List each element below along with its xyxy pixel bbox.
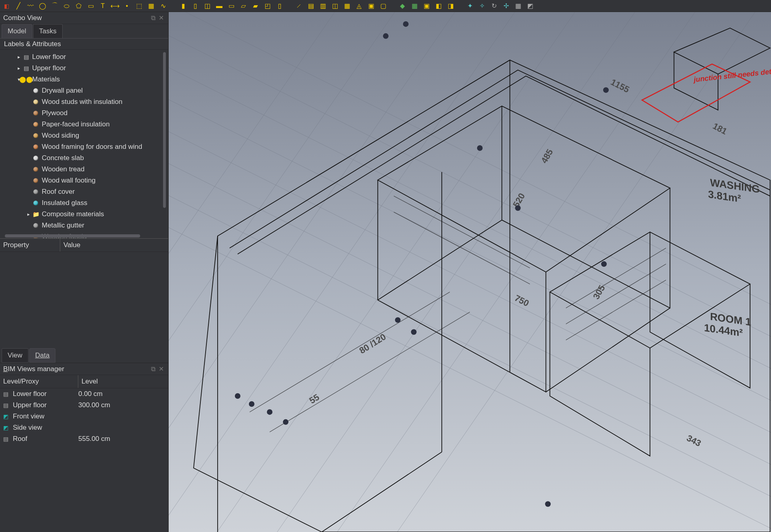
bim-views-title: BIM Views manager xyxy=(3,365,64,373)
app-icon[interactable]: ◧ xyxy=(2,2,10,10)
col-property: Property xyxy=(0,239,60,252)
tree-node-material[interactable]: •Drywall panel xyxy=(0,85,168,96)
dim-label: 55 xyxy=(308,392,321,406)
equipment-tool-icon[interactable]: ▣ xyxy=(367,2,375,10)
bim-proxy: Upper floor xyxy=(13,401,47,409)
snap-angle-icon[interactable]: ✢ xyxy=(502,2,510,10)
tree-node-material[interactable]: •Insulated glass xyxy=(0,197,168,209)
pipe-tool-icon[interactable]: ⟋ xyxy=(295,2,303,10)
material-sphere-icon xyxy=(33,144,38,149)
slab-tool-icon[interactable]: ▱ xyxy=(239,2,247,10)
tree-node-upper-floor[interactable]: ▸▤ Upper floor xyxy=(0,63,168,74)
material-sphere-icon xyxy=(33,167,38,172)
arc-tool-icon[interactable]: ⌒ xyxy=(51,2,59,10)
truss-tool-icon[interactable]: ◬ xyxy=(355,2,363,10)
tree-node-lower-floor[interactable]: ▸▤ Lower floor xyxy=(0,51,168,63)
bim-views-panel: BIM Views manager ⧉ ✕ Level/Proxy Level … xyxy=(0,363,168,445)
svg-line-18 xyxy=(322,452,442,532)
bim-row[interactable]: ◩Front view xyxy=(0,411,168,422)
section-plane-icon[interactable]: ◨ xyxy=(447,2,455,10)
combo-view-panel: Combo View ⧉ ✕ Model Tasks Labels & Attr… xyxy=(0,12,168,363)
tree-node-material[interactable]: •Paper-faced insulation xyxy=(0,119,168,130)
axis-tool-icon[interactable]: ◧ xyxy=(434,2,443,10)
tree-node-material[interactable]: •Metallic gutter xyxy=(0,220,168,231)
point-tool-icon[interactable]: • xyxy=(123,2,131,10)
horizontal-scrollbar[interactable] xyxy=(5,234,140,238)
beam-tool-icon[interactable]: ▭ xyxy=(227,2,235,10)
property-table-header: Property Value xyxy=(0,239,168,252)
schedule-tool-icon[interactable]: ▦ xyxy=(410,2,418,10)
tree-label: Composite materials xyxy=(42,210,104,218)
workplane-icon[interactable]: ◩ xyxy=(526,2,534,10)
rebar-tool-icon[interactable]: ◫ xyxy=(203,2,211,10)
profile-tool-icon[interactable]: ▢ xyxy=(379,2,387,10)
library-tool-icon[interactable]: ▣ xyxy=(422,2,430,10)
tree-label: Metallic gutter xyxy=(42,221,84,229)
dock-icon[interactable]: ⧉ xyxy=(149,365,157,373)
frame-tool-icon[interactable]: ◫ xyxy=(331,2,339,10)
property-table: Property Value xyxy=(0,238,168,348)
material-tool-icon[interactable]: ◆ xyxy=(398,2,406,10)
ellipse-tool-icon[interactable]: ⬭ xyxy=(63,2,71,10)
col-level-proxy: Level/Proxy xyxy=(0,375,78,388)
tab-view[interactable]: View xyxy=(2,348,29,363)
snap-midpoint-icon[interactable]: ✧ xyxy=(478,2,486,10)
tab-model[interactable]: Model xyxy=(2,24,32,38)
tree-node-material[interactable]: •Wood framing for doors and wind xyxy=(0,141,168,152)
dimension-tool-icon[interactable]: ⟷ xyxy=(111,2,119,10)
bim-row[interactable]: ▤Lower floor0.00 cm xyxy=(0,388,168,400)
structure-tool-icon[interactable]: ▯ xyxy=(191,2,199,10)
material-sphere-icon xyxy=(33,122,38,127)
stairs-tool-icon[interactable]: ▤ xyxy=(307,2,315,10)
panel-tool-icon[interactable]: ▥ xyxy=(319,2,327,10)
facebinder-tool-icon[interactable]: ▦ xyxy=(147,2,155,10)
tree-node-material[interactable]: •Wooden tread xyxy=(0,164,168,175)
roof-tool-icon[interactable]: ▰ xyxy=(251,2,259,10)
column-tool-icon[interactable]: ▬ xyxy=(215,2,223,10)
wall-tool-icon[interactable]: ▮ xyxy=(179,2,187,10)
vertical-scrollbar[interactable] xyxy=(163,52,166,208)
window-tool-icon[interactable]: ◰ xyxy=(263,2,271,10)
tab-data[interactable]: Data xyxy=(29,348,56,363)
close-icon[interactable]: ✕ xyxy=(157,14,165,22)
door-tool-icon[interactable]: ▯ xyxy=(275,2,284,10)
svg-line-7 xyxy=(169,12,771,324)
close-icon[interactable]: ✕ xyxy=(157,365,165,373)
vertices xyxy=(235,21,609,507)
polygon-tool-icon[interactable]: ⬠ xyxy=(75,2,83,10)
fence-tool-icon[interactable]: ▦ xyxy=(343,2,351,10)
tab-tasks[interactable]: Tasks xyxy=(33,24,62,38)
tree-node-material[interactable]: •Roof cover xyxy=(0,186,168,197)
svg-line-11 xyxy=(310,12,750,532)
line-tool-icon[interactable]: ╱ xyxy=(14,2,22,10)
tree-node-composite[interactable]: ▸📁 Composite materials xyxy=(0,209,168,220)
text-tool-icon[interactable]: T xyxy=(99,2,107,10)
combo-view-title: Combo View xyxy=(3,14,42,22)
tree-node-materials[interactable]: ▾⬤⬤ Materials xyxy=(0,74,168,85)
tree-node-material[interactable]: •Plywood xyxy=(0,108,168,119)
material-sphere-icon xyxy=(33,133,38,138)
svg-line-20 xyxy=(250,292,450,412)
dim-label: 343 xyxy=(685,433,703,449)
viewport-3d[interactable]: 55 80 /120 181 305 343 485 520 750 1155 … xyxy=(169,12,771,532)
folder-icon: 📁 xyxy=(32,211,39,218)
polyline-tool-icon[interactable]: 〰 xyxy=(27,2,35,10)
grid-toggle-icon[interactable]: ▦ xyxy=(514,2,522,10)
bim-row[interactable]: ▤Upper floor300.00 cm xyxy=(0,400,168,411)
tree-node-material[interactable]: •Wood studs with insulation xyxy=(0,96,168,108)
model-tree-scroll[interactable]: ▸▤ Lower floor ▸▤ Upper floor ▾⬤⬤ Materi… xyxy=(0,50,168,238)
toolbar-group-arch: ▮ ▯ ◫ ▬ ▭ ▱ ▰ ◰ ▯ ⟋ ▤ ▥ ◫ ▦ ◬ ▣ ▢ ◆ ▦ ▣ … xyxy=(179,2,534,10)
circle-tool-icon[interactable]: ◯ xyxy=(39,2,47,10)
tree-node-material[interactable]: •Wood wall footing xyxy=(0,175,168,186)
snap-endpoint-icon[interactable]: ✦ xyxy=(466,2,474,10)
bspline-tool-icon[interactable]: ∿ xyxy=(159,2,167,10)
tree-node-material[interactable]: •Wood siding xyxy=(0,130,168,141)
rectangle-tool-icon[interactable]: ▭ xyxy=(87,2,95,10)
bim-row[interactable]: ▤Roof555.00 cm xyxy=(0,433,168,445)
tree-node-material[interactable]: •Concrete slab xyxy=(0,152,168,164)
dock-icon[interactable]: ⧉ xyxy=(149,14,157,22)
tree-label: Lower floor xyxy=(32,53,66,61)
snap-center-icon[interactable]: ↻ xyxy=(490,2,498,10)
shape-tool-icon[interactable]: ⬚ xyxy=(135,2,143,10)
bim-row[interactable]: ◩Side view xyxy=(0,422,168,433)
